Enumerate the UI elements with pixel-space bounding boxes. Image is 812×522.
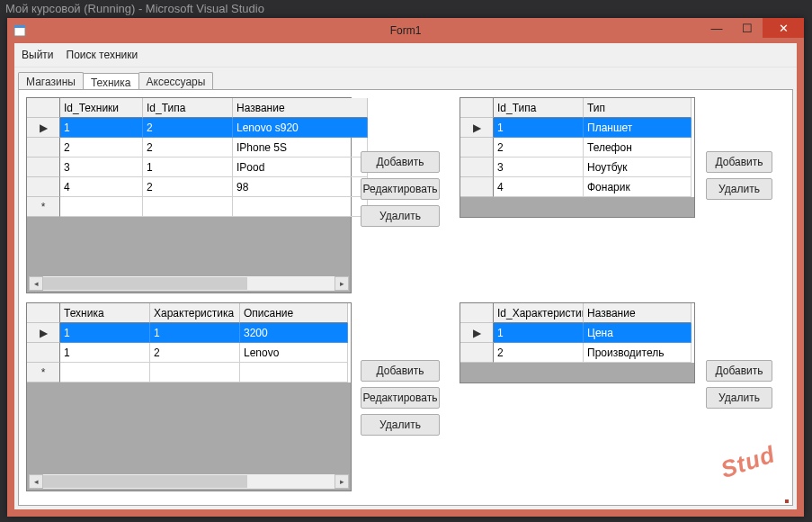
row-header[interactable] [460,343,494,363]
column-header[interactable]: Техника [60,303,150,323]
cell[interactable]: 4 [494,177,584,197]
column-header[interactable]: Id_Типа [494,98,584,118]
scroll-left-button[interactable]: ◂ [29,474,43,489]
horizontal-scrollbar[interactable]: ◂▸ [29,276,349,291]
cell[interactable]: 2 [494,138,584,158]
table-row[interactable]: 12Lenovo [27,343,351,363]
techchar-delete-button[interactable]: Удалить [361,414,440,436]
cell[interactable]: 1 [494,323,584,343]
char-add-button[interactable]: Добавить [706,360,772,382]
cell[interactable]: 2 [150,343,240,363]
cell[interactable]: 3200 [240,323,348,343]
cell[interactable]: Планшет [584,118,692,138]
cell[interactable]: Цена [584,323,692,343]
cell[interactable]: 1 [494,118,584,138]
row-header[interactable]: ▶ [460,118,494,138]
row-header[interactable] [27,138,60,158]
cell[interactable]: Lenovo s920 [233,118,368,138]
scroll-left-button[interactable]: ◂ [29,276,43,291]
row-header[interactable] [460,158,494,177]
tech-edit-button[interactable]: Редактировать [361,178,440,200]
cell[interactable]: 4 [60,177,143,197]
column-header[interactable]: Id_Техники [60,98,143,118]
table-row[interactable]: 22IPhone 5S [27,138,351,158]
row-header[interactable]: ▶ [460,323,494,343]
cell[interactable]: 1 [60,118,143,138]
menu-search-technique[interactable]: Поиск техники [67,49,138,61]
cell[interactable]: 98 [233,177,368,197]
menu-exit[interactable]: Выйти [22,49,54,61]
table-row[interactable]: ▶1Планшет [460,118,694,138]
scroll-right-button[interactable]: ▸ [335,474,349,489]
empty-cell[interactable] [143,197,233,217]
tab-accessories[interactable]: Аксессуары [138,72,214,91]
resize-grip[interactable] [785,500,789,503]
empty-cell[interactable] [233,197,368,217]
minimize-button[interactable]: — [701,18,732,38]
horizontal-scrollbar[interactable]: ◂▸ [29,474,349,489]
table-row[interactable]: 3Ноутбук [460,158,694,177]
empty-cell[interactable] [150,363,240,382]
scroll-thumb[interactable] [43,475,247,488]
empty-cell[interactable] [240,363,348,382]
types-add-button[interactable]: Добавить [706,151,772,173]
table-row[interactable]: ▶12Lenovo s920 [27,118,351,138]
techchar-edit-button[interactable]: Редактировать [361,387,440,409]
cell[interactable]: IPood [233,158,368,177]
cell[interactable]: 2 [143,138,233,158]
cell[interactable]: 2 [143,118,233,138]
grid-types[interactable]: Id_ТипаТип▶1Планшет2Телефон3Ноутбук4Фона… [460,97,695,218]
techchar-add-button[interactable]: Добавить [361,360,440,382]
cell[interactable]: Lenovo [240,343,348,363]
column-header[interactable]: Характеристика [150,303,240,323]
maximize-button[interactable]: ☐ [732,18,763,38]
column-header[interactable]: Id_Типа [143,98,233,118]
empty-cell[interactable] [60,197,143,217]
tab-stores[interactable]: Магазины [18,72,84,91]
scroll-right-button[interactable]: ▸ [335,276,349,291]
cell[interactable]: 3 [494,158,584,177]
table-row[interactable]: 2Производитель [460,343,694,363]
new-row[interactable]: * [27,363,351,382]
cell[interactable]: Ноутбук [584,158,692,177]
tech-add-button[interactable]: Добавить [361,151,440,173]
scroll-track[interactable] [43,474,335,489]
table-row[interactable]: 4298 [27,177,351,197]
cell[interactable]: 1 [60,343,150,363]
column-header[interactable]: Название [584,303,692,323]
cell[interactable]: 1 [60,323,150,343]
row-header[interactable] [27,343,60,363]
form-titlebar[interactable]: Form1 — ☐ ✕ [7,18,804,43]
grid-technique[interactable]: Id_ТехникиId_ТипаНазвание▶12Lenovo s9202… [26,97,352,293]
cell[interactable]: 3 [60,158,143,177]
column-header[interactable]: Описание [240,303,348,323]
cell[interactable]: Фонарик [584,177,692,197]
cell[interactable]: Производитель [584,343,692,363]
grid-characteristics[interactable]: Id_ХарактеристикНазвание▶1Цена2Производи… [460,302,695,383]
row-header[interactable]: ▶ [27,323,60,343]
table-row[interactable]: 2Телефон [460,138,694,158]
cell[interactable]: Телефон [584,138,692,158]
row-header[interactable]: ▶ [27,118,60,138]
column-header[interactable]: Название [233,98,368,118]
scroll-track[interactable] [43,276,335,291]
tech-delete-button[interactable]: Удалить [361,205,440,227]
close-button[interactable]: ✕ [763,18,804,38]
column-header[interactable]: Тип [584,98,692,118]
grid-tech-characteristics[interactable]: ТехникаХарактеристикаОписание▶11320012Le… [26,302,352,491]
cell[interactable]: 2 [143,177,233,197]
row-header[interactable] [460,177,494,197]
row-header[interactable] [460,138,494,158]
table-row[interactable]: ▶113200 [27,323,351,343]
row-header[interactable] [27,158,60,177]
table-row[interactable]: 31IPood [27,158,351,177]
types-delete-button[interactable]: Удалить [706,178,772,200]
table-row[interactable]: ▶1Цена [460,323,694,343]
cell[interactable]: 1 [150,323,240,343]
column-header[interactable]: Id_Характеристик [494,303,584,323]
cell[interactable]: 2 [494,343,584,363]
cell[interactable]: 2 [60,138,143,158]
empty-cell[interactable] [60,363,150,382]
cell[interactable]: 1 [143,158,233,177]
row-header[interactable] [27,177,60,197]
